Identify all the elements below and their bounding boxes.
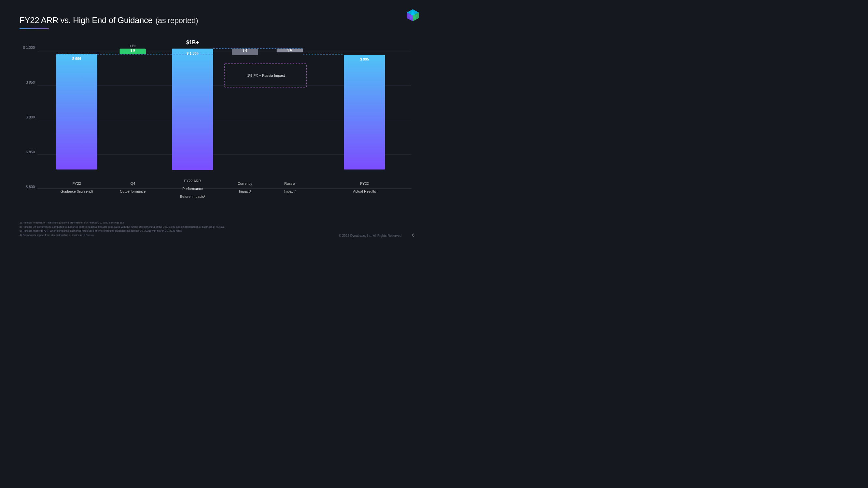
bar-pct-q4: +1% [130,44,136,48]
x-label-4-line1: Currency [238,182,252,186]
footnotes: 1) Reflects midpoint of Total ARR guidan… [20,221,369,237]
x-label-6-line2: Actual Results [353,189,376,193]
x-label-3-line3: Before Impacts² [180,195,206,198]
footnote-1: 1) Reflects midpoint of Total ARR guidan… [20,221,369,225]
y-label-950: $ 950 [26,80,37,84]
page-title: FY22 ARR vs. High End of Guidance (as re… [20,13,414,26]
title-block: FY22 ARR vs. High End of Guidance (as re… [20,13,414,29]
chart-inner: $ 996 $ 9 +1% $ 1,005 $1B+ [37,45,411,189]
fx-russia-label: -1% FX + Russia Impact [246,73,285,77]
logo [405,7,421,24]
x-label-2-line2: Outperformance [120,189,146,193]
bar-fy22-actual [344,55,385,169]
copyright: © 2022 Dynatrace, Inc. All Rights Reserv… [339,234,401,237]
y-axis: $ 1,000 $ 950 $ 900 $ 850 $ 800 [20,45,37,189]
title-underline [20,28,49,29]
y-label-850: $ 850 [26,150,37,154]
footnote-3: 3) Reflects impact to ARR when comparing… [20,229,369,233]
bar-label-q4: $ 9 [130,49,135,53]
bar-label-actual: $ 995 [360,57,369,61]
footnote-4: 4) Represents impact from discontinuatio… [20,233,369,237]
x-label-6-line1: FY22 [360,182,369,186]
y-label-900: $ 900 [26,115,37,119]
y-label-1000: $ 1,000 [23,45,37,50]
x-label-1-line2: Guidance (high end) [61,189,93,193]
x-label-5-line1: Russia [284,182,296,186]
y-label-800: $ 800 [26,185,37,189]
bar-fy22-guidance [56,54,97,169]
x-label-2-line1: Q4 [130,182,135,186]
bar-label-currency: $ 4 [243,49,247,53]
x-label-3-line1: FY22 ARR [184,179,201,183]
bar-label-fy22-guidance: $ 996 [72,57,82,61]
bar-label-fy22-arr: $ 1,005 [187,52,198,55]
slide: FY22 ARR vs. High End of Guidance (as re… [0,0,434,244]
bar-label-russia: $ 6 [287,48,292,52]
x-label-3-line2: Performance [182,187,203,191]
bars-svg: $ 996 $ 9 +1% $ 1,005 $1B+ [37,45,411,176]
page-number: 6 [412,233,414,237]
x-label-4-line2: Impact³ [239,189,251,193]
x-label-1-line1: FY22 [72,182,81,186]
footnote-2: 2) Reflects Q4 performance compared to g… [20,225,369,229]
bar-fy22-arr [172,49,213,170]
one-b-label: $1B+ [186,40,199,45]
chart-area: $ 1,000 $ 950 $ 900 $ 850 $ 800 [20,36,414,205]
x-label-5-line2: Impact⁴ [284,189,296,193]
